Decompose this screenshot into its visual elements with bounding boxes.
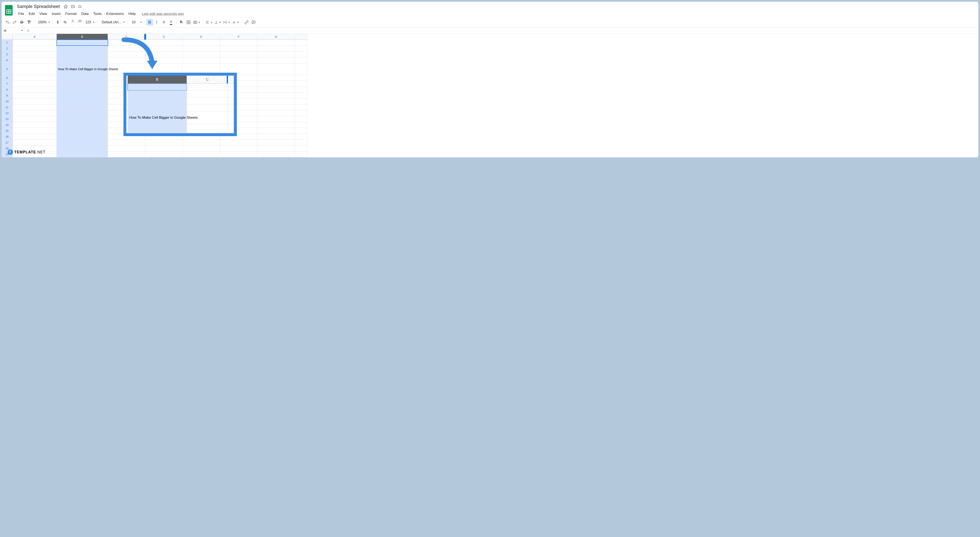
cell[interactable] xyxy=(295,122,307,128)
insert-link-button[interactable] xyxy=(243,19,250,25)
cell[interactable] xyxy=(258,87,295,92)
cell[interactable] xyxy=(183,146,220,151)
strikethrough-button[interactable]: S xyxy=(161,19,167,25)
cell[interactable] xyxy=(13,122,57,128)
cell[interactable] xyxy=(57,116,108,122)
bold-button[interactable]: B xyxy=(146,19,153,25)
cell[interactable] xyxy=(145,51,183,57)
cell[interactable] xyxy=(57,128,108,134)
font-size-dropdown[interactable]: 10 xyxy=(130,19,143,25)
cell[interactable] xyxy=(258,146,295,151)
row-header[interactable]: 2 xyxy=(2,46,13,51)
cell[interactable] xyxy=(13,81,57,87)
cell[interactable] xyxy=(295,151,307,157)
row-header[interactable]: 6 xyxy=(2,75,13,81)
cell[interactable] xyxy=(295,104,307,110)
cell[interactable] xyxy=(295,87,307,92)
cell[interactable] xyxy=(183,51,220,57)
cell[interactable] xyxy=(145,57,183,63)
cell[interactable] xyxy=(13,116,57,122)
cell[interactable] xyxy=(258,40,295,46)
cell[interactable] xyxy=(220,51,258,57)
spreadsheet-grid[interactable]: A B C D E F G 1 2 xyxy=(2,34,978,157)
cell[interactable] xyxy=(145,46,183,51)
text-rotation-button[interactable] xyxy=(231,19,240,25)
cell[interactable] xyxy=(145,146,183,151)
paint-format-button[interactable] xyxy=(25,19,32,25)
cell[interactable] xyxy=(145,140,183,146)
cell[interactable] xyxy=(13,57,57,63)
cell[interactable] xyxy=(13,40,57,46)
menu-format[interactable]: Format xyxy=(63,11,79,17)
text-color-button[interactable]: A xyxy=(168,19,175,25)
cell[interactable] xyxy=(57,46,108,51)
cell-b1[interactable] xyxy=(57,40,108,46)
cell[interactable] xyxy=(183,57,220,63)
cell[interactable] xyxy=(108,151,145,157)
italic-button[interactable]: I xyxy=(153,19,160,25)
insert-comment-button[interactable] xyxy=(250,19,257,25)
more-formats-button[interactable]: 123 xyxy=(83,19,95,25)
cell[interactable] xyxy=(295,51,307,57)
cell[interactable] xyxy=(57,87,108,92)
row-header[interactable]: 7 xyxy=(2,81,13,87)
cell[interactable] xyxy=(220,57,258,63)
cell[interactable] xyxy=(258,134,295,140)
row-header[interactable]: 3 xyxy=(2,51,13,57)
cell[interactable] xyxy=(57,57,108,63)
merge-cells-button[interactable] xyxy=(192,19,201,25)
cell[interactable] xyxy=(183,151,220,157)
decrease-decimal-button[interactable]: .0← xyxy=(69,19,76,25)
cell[interactable] xyxy=(57,92,108,99)
row-header[interactable]: 10 xyxy=(2,99,13,104)
cell[interactable] xyxy=(13,99,57,104)
row-header[interactable]: 16 xyxy=(2,134,13,140)
row-header[interactable]: 8 xyxy=(2,87,13,92)
cell[interactable] xyxy=(295,92,307,99)
cell[interactable] xyxy=(145,151,183,157)
cell[interactable] xyxy=(295,110,307,116)
cell[interactable] xyxy=(108,51,145,57)
cell[interactable] xyxy=(258,46,295,51)
cell[interactable] xyxy=(295,128,307,134)
cell[interactable] xyxy=(220,140,258,146)
cell[interactable] xyxy=(57,140,108,146)
row-header[interactable]: 12 xyxy=(2,110,13,116)
menu-insert[interactable]: Insert xyxy=(49,11,63,17)
cell[interactable] xyxy=(258,122,295,128)
row-header[interactable]: 1 xyxy=(2,40,13,46)
vertical-align-button[interactable] xyxy=(213,19,222,25)
cell[interactable] xyxy=(258,51,295,57)
cell[interactable] xyxy=(295,75,307,81)
row-header[interactable]: 14 xyxy=(2,122,13,128)
cloud-status-icon[interactable] xyxy=(78,5,82,9)
cell[interactable] xyxy=(295,140,307,146)
name-box[interactable]: :B xyxy=(2,27,25,33)
col-header-e[interactable]: E xyxy=(183,34,220,40)
horizontal-align-button[interactable] xyxy=(205,19,213,25)
menu-help[interactable]: Help xyxy=(126,11,138,17)
cell[interactable] xyxy=(295,40,307,46)
cell[interactable] xyxy=(258,57,295,63)
font-dropdown[interactable]: Default (Ari... xyxy=(99,19,126,25)
increase-decimal-button[interactable]: .00→ xyxy=(76,19,83,25)
cell[interactable] xyxy=(295,81,307,87)
col-header-b[interactable]: B xyxy=(57,34,108,40)
cell[interactable] xyxy=(13,128,57,134)
cell[interactable] xyxy=(13,104,57,110)
col-header-end[interactable] xyxy=(295,34,307,40)
cell[interactable] xyxy=(220,151,258,157)
cell[interactable] xyxy=(220,40,258,46)
move-icon[interactable] xyxy=(71,5,75,9)
cell[interactable] xyxy=(57,81,108,87)
cell[interactable] xyxy=(13,134,57,140)
cell[interactable] xyxy=(295,57,307,63)
cell[interactable] xyxy=(108,46,145,51)
cell[interactable] xyxy=(57,104,108,110)
cell[interactable] xyxy=(13,92,57,99)
cell[interactable] xyxy=(258,104,295,110)
column-resize-handle-d[interactable] xyxy=(145,34,146,40)
cell[interactable] xyxy=(57,122,108,128)
cell[interactable] xyxy=(295,99,307,104)
cell[interactable] xyxy=(220,46,258,51)
